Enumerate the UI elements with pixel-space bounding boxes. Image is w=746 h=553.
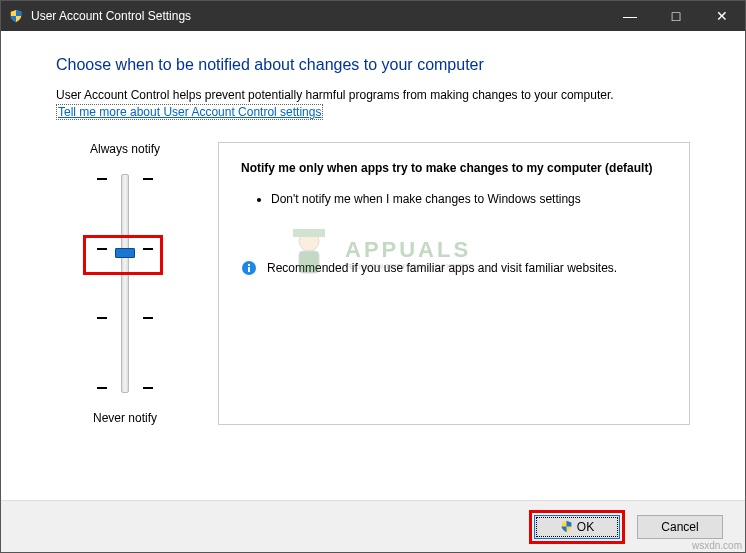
slider-tick-2 (97, 313, 153, 323)
info-title: Notify me only when apps try to make cha… (241, 161, 667, 175)
info-icon (241, 260, 257, 276)
svg-rect-2 (293, 229, 325, 237)
notification-slider-panel: Always notify Never notify (56, 142, 194, 425)
info-bullet-item: Don't notify me when I make changes to W… (271, 191, 667, 208)
titlebar: User Account Control Settings — □ ✕ (1, 1, 745, 31)
page-heading: Choose when to be notified about changes… (56, 56, 690, 74)
cancel-button-label: Cancel (661, 520, 698, 534)
main-row: Always notify Never notify (56, 142, 690, 425)
slider-thumb[interactable] (115, 248, 135, 258)
ok-button[interactable]: OK (534, 515, 620, 539)
window-title: User Account Control Settings (31, 9, 607, 23)
maximize-button[interactable]: □ (653, 1, 699, 31)
slider-top-label: Always notify (56, 142, 194, 156)
svg-point-0 (299, 231, 319, 251)
notification-slider[interactable] (56, 166, 194, 401)
cancel-button[interactable]: Cancel (637, 515, 723, 539)
recommendation-row: Recommended if you use familiar apps and… (241, 260, 667, 277)
description-text: User Account Control helps prevent poten… (56, 88, 690, 102)
recommendation-text: Recommended if you use familiar apps and… (267, 260, 617, 277)
dialog-footer: OK Cancel (1, 500, 745, 552)
svg-rect-5 (248, 264, 250, 266)
ok-button-label: OK (577, 520, 594, 534)
slider-tick-3 (97, 383, 153, 393)
close-button[interactable]: ✕ (699, 1, 745, 31)
slider-bottom-label: Never notify (56, 411, 194, 425)
uac-shield-icon (9, 9, 23, 23)
slider-tick-0 (97, 174, 153, 184)
uac-settings-window: User Account Control Settings — □ ✕ Choo… (0, 0, 746, 553)
info-bullet-list: Don't notify me when I make changes to W… (241, 191, 667, 208)
help-link[interactable]: Tell me more about User Account Control … (56, 104, 323, 120)
content-area: Choose when to be notified about changes… (1, 31, 745, 500)
minimize-button[interactable]: — (607, 1, 653, 31)
info-panel: APPUALS TECH HOW-TO'S FROM THE EXPERTS N… (218, 142, 690, 425)
uac-shield-icon (560, 520, 573, 533)
svg-rect-4 (248, 267, 250, 272)
watermark-brand: APPUALS (345, 237, 474, 263)
annotation-highlight-ok: OK (529, 510, 625, 544)
slider-track (121, 174, 129, 393)
